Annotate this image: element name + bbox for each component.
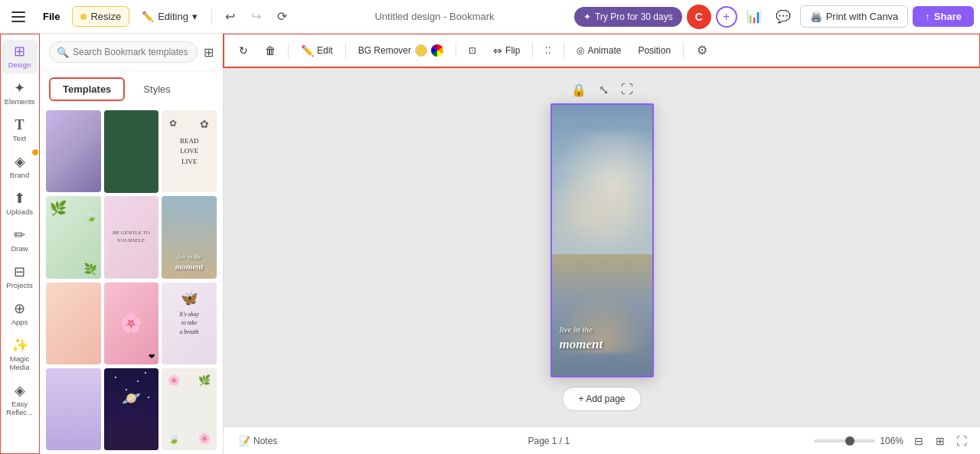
template-card[interactable] xyxy=(46,110,101,192)
projects-icon: ⊟ xyxy=(14,265,25,279)
search-input[interactable] xyxy=(49,41,198,63)
share-label: Share xyxy=(934,11,962,22)
floral-decoration-2: ✿ xyxy=(169,118,177,129)
bg-remover-button[interactable]: BG Remover xyxy=(352,41,449,60)
fullscreen-button[interactable]: ⛶ xyxy=(952,432,971,450)
left-sidebar: ⊞ Design ✦ Elements T Text ◈ Brand ⬆ Upl… xyxy=(0,34,40,454)
template-card-watercolor-purple[interactable] xyxy=(46,368,101,450)
templates-grid: READLOVELIVE ✿ ✿ 🌿 🌿 🍃 BE GENTLE TOYOURS… xyxy=(40,107,223,454)
elements-icon: ✦ xyxy=(14,81,25,95)
panel-tabs: Templates Styles xyxy=(40,71,223,107)
resize-label: Resize xyxy=(90,11,121,22)
sidebar-item-brand-label: Brand xyxy=(10,171,29,179)
template-card-floral[interactable]: READLOVELIVE ✿ ✿ xyxy=(162,110,217,192)
analytics-icon: 📊 xyxy=(746,9,762,24)
view-icons: ⊟ ⊞ ⛶ xyxy=(910,432,971,450)
position-label: Position xyxy=(638,45,671,56)
canvas-content: 🔒 ⤡ ⛶ live in the moment xyxy=(224,67,980,426)
leaf-icon-3: 🍃 xyxy=(86,211,97,222)
hamburger-icon xyxy=(11,11,25,22)
template-card[interactable] xyxy=(104,110,159,193)
resize-canvas-icon[interactable]: ⤡ xyxy=(599,83,609,97)
list-view-button[interactable]: ⊞ xyxy=(931,432,949,450)
nav-divider-1 xyxy=(211,9,212,24)
gentle-text: BE GENTLE TOYOURSELF. xyxy=(107,230,156,245)
print-button[interactable]: 🖨️ Print with Canva xyxy=(800,5,909,28)
sidebar-item-projects-label: Projects xyxy=(6,281,32,289)
grid-view-button[interactable]: ⊟ xyxy=(910,432,928,450)
template-card-gentle[interactable]: BE GENTLE TOYOURSELF. xyxy=(104,196,159,279)
notes-button[interactable]: 📝 Notes xyxy=(233,433,283,449)
sidebar-item-design[interactable]: ⊞ Design xyxy=(2,40,38,73)
share-button[interactable]: ↑ Share xyxy=(913,6,974,27)
sidebar-item-projects[interactable]: ⊟ Projects xyxy=(2,260,38,294)
try-pro-button[interactable]: ✦ Try Pro for 30 days xyxy=(574,7,682,27)
sidebar-item-easy-reflect-label: Easy Reflec... xyxy=(5,400,34,416)
hamburger-menu[interactable] xyxy=(6,5,31,29)
top-navigation: File Resize ✏️ Editing ▾ ↩ ↪ ⟳ Untitled … xyxy=(0,0,980,34)
editing-button[interactable]: ✏️ Editing ▾ xyxy=(134,7,205,26)
toolbar-divider-3 xyxy=(456,43,456,58)
template-card-live-moment[interactable]: live in the moment xyxy=(162,196,217,278)
sidebar-item-draw[interactable]: ✏ Draw xyxy=(2,224,38,257)
add-page-button[interactable]: + Add page xyxy=(562,387,641,411)
template-card-watercolor-pink[interactable] xyxy=(46,283,101,364)
refresh-icon: ↻ xyxy=(239,44,248,57)
easy-reflect-icon: ◈ xyxy=(15,384,25,397)
position-button[interactable]: Position xyxy=(632,41,677,60)
zoom-slider[interactable] xyxy=(814,439,875,443)
star-icon: ✦ xyxy=(583,11,591,22)
delete-button[interactable]: 🗑 xyxy=(259,41,282,60)
canvas-frame[interactable]: live in the moment xyxy=(550,103,654,377)
sidebar-item-text[interactable]: T Text xyxy=(2,113,38,147)
filter-dots-button[interactable]: ⁚⁚ xyxy=(539,41,557,60)
tab-templates[interactable]: Templates xyxy=(49,77,125,101)
template-card-botanical[interactable]: 🌸 🌿 🍃 🌸 xyxy=(162,368,217,450)
undo-button[interactable]: ↩ xyxy=(218,5,243,29)
star-dot-1 xyxy=(115,377,116,378)
more-options-button[interactable]: ⚙ xyxy=(690,38,714,63)
crop-button[interactable]: ⊡ xyxy=(462,41,482,60)
brand-icon: ◈ xyxy=(15,155,25,168)
file-label: File xyxy=(43,11,60,22)
sidebar-item-uploads[interactable]: ⬆ Uploads xyxy=(2,187,38,220)
sidebar-item-apps-label: Apps xyxy=(11,318,28,326)
flip-button[interactable]: ⇔ Flip xyxy=(487,41,526,60)
sidebar-item-brand[interactable]: ◈ Brand xyxy=(2,150,38,184)
analytics-button[interactable]: 📊 xyxy=(742,5,766,29)
template-card-green-leaves[interactable]: 🌿 🌿 🍃 xyxy=(46,196,101,278)
edit-button[interactable]: ✏️ Edit xyxy=(295,41,339,60)
sidebar-item-apps[interactable]: ⊕ Apps xyxy=(2,297,38,331)
refresh-button[interactable]: ↻ xyxy=(233,41,254,60)
canvas-frame-text: live in the moment xyxy=(560,324,645,353)
tab-styles[interactable]: Styles xyxy=(131,77,182,101)
template-card-okay[interactable]: 🦋 It's okayto takea breath xyxy=(162,283,217,364)
edit-label: Edit xyxy=(317,45,333,56)
filter-icon[interactable]: ⊞ xyxy=(204,45,214,60)
lock-icon[interactable]: 🔒 xyxy=(571,83,586,97)
add-collaborator-button[interactable]: + xyxy=(716,6,737,28)
resize-button[interactable]: Resize xyxy=(72,6,129,27)
template-card-galaxy[interactable]: 🪐 xyxy=(104,368,159,451)
sidebar-item-easy-reflect[interactable]: ◈ Easy Reflec... xyxy=(2,379,38,421)
user-avatar[interactable]: C xyxy=(687,5,711,29)
animate-button[interactable]: ◎ Animate xyxy=(570,41,627,60)
file-menu-button[interactable]: File xyxy=(35,7,67,26)
comment-button[interactable]: 💬 xyxy=(771,5,795,29)
cloud-layer-2 xyxy=(550,159,654,268)
template-card-pink-floral[interactable]: 🌸 ❤ xyxy=(104,283,159,365)
try-pro-label: Try Pro for 30 days xyxy=(595,11,673,22)
fullscreen-icon[interactable]: ⛶ xyxy=(621,83,633,97)
color-multi-icon xyxy=(431,44,443,57)
toolbar-divider-4 xyxy=(532,43,533,58)
redo-button[interactable]: ↪ xyxy=(244,5,269,29)
bottom-bar: 📝 Notes Page 1 / 1 106% ⊟ ⊞ ⛶ xyxy=(224,426,980,454)
sidebar-item-magic-media-label: Magic Media xyxy=(5,354,34,371)
text-icon: T xyxy=(15,118,24,132)
sidebar-item-elements[interactable]: ✦ Elements xyxy=(2,77,38,110)
card-read-text: READLOVELIVE xyxy=(165,136,214,167)
magic-button[interactable]: ⟳ xyxy=(270,5,295,29)
sidebar-item-magic-media[interactable]: ✨ Magic Media xyxy=(2,334,38,376)
animate-label: Animate xyxy=(587,45,621,56)
heart-icon: ❤ xyxy=(149,352,155,361)
